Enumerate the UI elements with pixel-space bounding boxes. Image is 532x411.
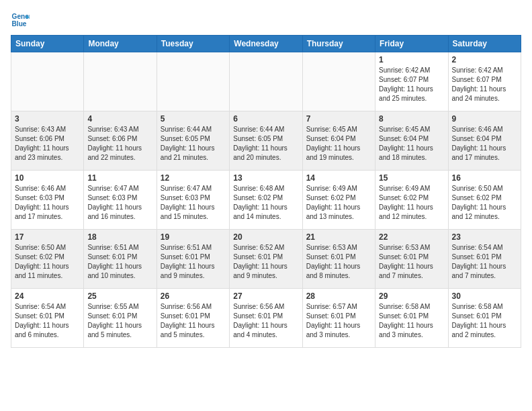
calendar-day-cell: 8Sunrise: 6:45 AM Sunset: 6:04 PM Daylig… <box>375 111 448 171</box>
day-number: 18 <box>87 232 152 242</box>
day-info: Sunrise: 6:43 AM Sunset: 6:06 PM Dayligh… <box>87 125 152 163</box>
calendar-day-cell: 5Sunrise: 6:44 AM Sunset: 6:05 PM Daylig… <box>157 111 229 171</box>
calendar-day-cell: 25Sunrise: 6:55 AM Sunset: 6:01 PM Dayli… <box>84 289 157 348</box>
day-number: 29 <box>379 291 444 301</box>
day-number: 17 <box>15 232 80 242</box>
calendar-day-cell: 21Sunrise: 6:53 AM Sunset: 6:01 PM Dayli… <box>302 230 375 289</box>
calendar-header-cell: Friday <box>375 36 448 52</box>
day-info: Sunrise: 6:47 AM Sunset: 6:03 PM Dayligh… <box>161 184 226 222</box>
calendar-week-row: 3Sunrise: 6:43 AM Sunset: 6:06 PM Daylig… <box>11 111 521 171</box>
day-info: Sunrise: 6:53 AM Sunset: 6:01 PM Dayligh… <box>306 243 371 281</box>
day-info: Sunrise: 6:53 AM Sunset: 6:01 PM Dayligh… <box>379 243 444 281</box>
calendar-day-cell: 16Sunrise: 6:50 AM Sunset: 6:02 PM Dayli… <box>448 171 521 230</box>
day-info: Sunrise: 6:42 AM Sunset: 6:07 PM Dayligh… <box>379 66 444 103</box>
calendar-day-cell: 15Sunrise: 6:49 AM Sunset: 6:02 PM Dayli… <box>375 171 448 230</box>
day-info: Sunrise: 6:50 AM Sunset: 6:02 PM Dayligh… <box>452 184 517 222</box>
day-number: 25 <box>87 291 152 301</box>
day-info: Sunrise: 6:51 AM Sunset: 6:01 PM Dayligh… <box>87 243 152 281</box>
calendar-day-cell <box>230 52 302 111</box>
day-number: 11 <box>87 173 152 183</box>
day-number: 2 <box>452 55 517 64</box>
calendar-day-cell: 28Sunrise: 6:57 AM Sunset: 6:01 PM Dayli… <box>302 289 375 348</box>
calendar-day-cell <box>302 52 375 111</box>
day-number: 15 <box>379 173 444 183</box>
calendar-table: SundayMondayTuesdayWednesdayThursdayFrid… <box>11 35 521 348</box>
day-number: 20 <box>233 232 298 242</box>
page-header: General Blue <box>11 11 521 30</box>
day-info: Sunrise: 6:47 AM Sunset: 6:03 PM Dayligh… <box>87 184 152 222</box>
calendar-header-cell: Sunday <box>11 36 84 52</box>
day-info: Sunrise: 6:44 AM Sunset: 6:05 PM Dayligh… <box>233 125 298 163</box>
day-info: Sunrise: 6:56 AM Sunset: 6:01 PM Dayligh… <box>161 302 226 340</box>
day-info: Sunrise: 6:54 AM Sunset: 6:01 PM Dayligh… <box>452 243 517 281</box>
calendar-day-cell: 10Sunrise: 6:46 AM Sunset: 6:03 PM Dayli… <box>11 171 84 230</box>
day-number: 28 <box>306 291 371 301</box>
calendar-day-cell <box>157 52 229 111</box>
calendar-header-cell: Thursday <box>302 36 375 52</box>
calendar-day-cell: 22Sunrise: 6:53 AM Sunset: 6:01 PM Dayli… <box>375 230 448 289</box>
calendar-day-cell: 7Sunrise: 6:45 AM Sunset: 6:04 PM Daylig… <box>302 111 375 171</box>
day-info: Sunrise: 6:48 AM Sunset: 6:02 PM Dayligh… <box>233 184 298 222</box>
calendar-day-cell: 6Sunrise: 6:44 AM Sunset: 6:05 PM Daylig… <box>230 111 302 171</box>
day-info: Sunrise: 6:50 AM Sunset: 6:02 PM Dayligh… <box>15 243 80 281</box>
day-number: 13 <box>233 173 298 183</box>
day-info: Sunrise: 6:56 AM Sunset: 6:01 PM Dayligh… <box>233 302 298 340</box>
day-info: Sunrise: 6:44 AM Sunset: 6:05 PM Dayligh… <box>161 125 226 163</box>
day-info: Sunrise: 6:46 AM Sunset: 6:03 PM Dayligh… <box>15 184 80 222</box>
calendar-week-row: 24Sunrise: 6:54 AM Sunset: 6:01 PM Dayli… <box>11 289 521 348</box>
day-number: 9 <box>452 114 517 124</box>
day-number: 22 <box>379 232 444 242</box>
calendar-day-cell: 19Sunrise: 6:51 AM Sunset: 6:01 PM Dayli… <box>157 230 229 289</box>
calendar-day-cell: 12Sunrise: 6:47 AM Sunset: 6:03 PM Dayli… <box>157 171 229 230</box>
day-info: Sunrise: 6:55 AM Sunset: 6:01 PM Dayligh… <box>87 302 152 340</box>
calendar-day-cell: 4Sunrise: 6:43 AM Sunset: 6:06 PM Daylig… <box>84 111 157 171</box>
day-info: Sunrise: 6:52 AM Sunset: 6:01 PM Dayligh… <box>233 243 298 281</box>
calendar-body: 1Sunrise: 6:42 AM Sunset: 6:07 PM Daylig… <box>11 52 521 348</box>
day-number: 16 <box>452 173 517 183</box>
calendar-week-row: 1Sunrise: 6:42 AM Sunset: 6:07 PM Daylig… <box>11 52 521 111</box>
day-info: Sunrise: 6:49 AM Sunset: 6:02 PM Dayligh… <box>379 184 444 222</box>
calendar-header-row: SundayMondayTuesdayWednesdayThursdayFrid… <box>11 36 521 52</box>
day-number: 6 <box>233 114 298 124</box>
day-number: 21 <box>306 232 371 242</box>
calendar-day-cell: 29Sunrise: 6:58 AM Sunset: 6:01 PM Dayli… <box>375 289 448 348</box>
day-number: 30 <box>452 291 517 301</box>
calendar-day-cell: 20Sunrise: 6:52 AM Sunset: 6:01 PM Dayli… <box>230 230 302 289</box>
day-number: 12 <box>161 173 226 183</box>
day-number: 1 <box>379 55 444 64</box>
calendar-header-cell: Monday <box>84 36 157 52</box>
day-info: Sunrise: 6:57 AM Sunset: 6:01 PM Dayligh… <box>306 302 371 340</box>
calendar-header-cell: Saturday <box>448 36 521 52</box>
day-number: 19 <box>161 232 226 242</box>
day-info: Sunrise: 6:58 AM Sunset: 6:01 PM Dayligh… <box>379 302 444 340</box>
calendar-day-cell: 1Sunrise: 6:42 AM Sunset: 6:07 PM Daylig… <box>375 52 448 111</box>
day-number: 4 <box>87 114 152 124</box>
calendar-day-cell <box>84 52 157 111</box>
day-number: 14 <box>306 173 371 183</box>
day-info: Sunrise: 6:58 AM Sunset: 6:01 PM Dayligh… <box>452 302 517 340</box>
calendar-week-row: 17Sunrise: 6:50 AM Sunset: 6:02 PM Dayli… <box>11 230 521 289</box>
day-info: Sunrise: 6:54 AM Sunset: 6:01 PM Dayligh… <box>15 302 80 340</box>
day-number: 5 <box>161 114 226 124</box>
calendar-week-row: 10Sunrise: 6:46 AM Sunset: 6:03 PM Dayli… <box>11 171 521 230</box>
logo-icon: General Blue <box>11 11 30 30</box>
calendar-day-cell: 2Sunrise: 6:42 AM Sunset: 6:07 PM Daylig… <box>448 52 521 111</box>
day-number: 24 <box>15 291 80 301</box>
calendar-day-cell <box>11 52 84 111</box>
logo: General Blue <box>11 11 30 30</box>
day-number: 26 <box>161 291 226 301</box>
calendar-day-cell: 14Sunrise: 6:49 AM Sunset: 6:02 PM Dayli… <box>302 171 375 230</box>
calendar-header-cell: Wednesday <box>230 36 302 52</box>
calendar-day-cell: 30Sunrise: 6:58 AM Sunset: 6:01 PM Dayli… <box>448 289 521 348</box>
calendar-day-cell: 13Sunrise: 6:48 AM Sunset: 6:02 PM Dayli… <box>230 171 302 230</box>
day-number: 8 <box>379 114 444 124</box>
day-info: Sunrise: 6:46 AM Sunset: 6:04 PM Dayligh… <box>452 125 517 163</box>
day-info: Sunrise: 6:51 AM Sunset: 6:01 PM Dayligh… <box>161 243 226 281</box>
day-info: Sunrise: 6:49 AM Sunset: 6:02 PM Dayligh… <box>306 184 371 222</box>
day-info: Sunrise: 6:45 AM Sunset: 6:04 PM Dayligh… <box>379 125 444 163</box>
day-number: 7 <box>306 114 371 124</box>
calendar-day-cell: 17Sunrise: 6:50 AM Sunset: 6:02 PM Dayli… <box>11 230 84 289</box>
day-number: 27 <box>233 291 298 301</box>
calendar-day-cell: 23Sunrise: 6:54 AM Sunset: 6:01 PM Dayli… <box>448 230 521 289</box>
svg-text:Blue: Blue <box>12 20 27 28</box>
